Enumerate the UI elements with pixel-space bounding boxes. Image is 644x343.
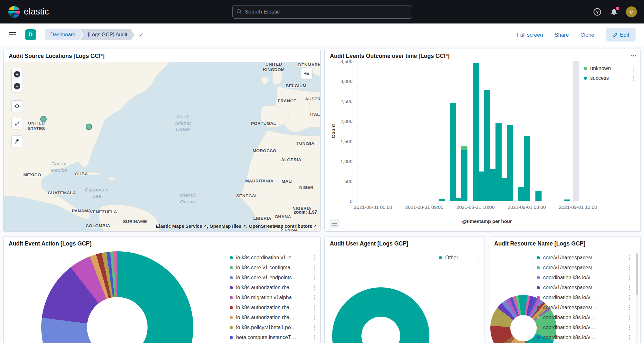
legend-actions-icon[interactable]: ⋮: [311, 255, 318, 260]
legend-color-dot: [537, 326, 540, 329]
bar-success[interactable]: [484, 90, 490, 201]
legend-actions-icon[interactable]: ⋮: [626, 295, 633, 300]
set-view-crosshair-icon[interactable]: [11, 100, 23, 112]
legend-actions-icon[interactable]: ⋮: [311, 315, 318, 320]
bar-success[interactable]: [490, 169, 496, 201]
panel-title[interactable]: Audit Resource Name [Logs GCP]: [489, 236, 640, 249]
legend-item[interactable]: io.k8s.authorization.rba…⋮: [230, 283, 318, 292]
bar-success[interactable]: [564, 199, 570, 201]
breadcrumb-dashboard[interactable]: Dashboard: [45, 29, 82, 40]
legend-collapse-icon[interactable]: [301, 68, 312, 79]
bar-success[interactable]: [461, 150, 467, 201]
panel-title[interactable]: Audit Event Action [Logs GCP]: [4, 236, 320, 249]
legend-item[interactable]: coordination.k8s.io/v…⋮: [537, 273, 633, 283]
legend-item[interactable]: core/v1/namespaces/…⋮: [537, 263, 633, 273]
bar-success[interactable]: [535, 191, 542, 201]
legend-item[interactable]: io.k8s.authorization.rba…⋮: [230, 312, 318, 322]
legend-item[interactable]: core/v1/namespaces/…⋮: [537, 302, 633, 312]
legend-actions-icon[interactable]: ⋮: [626, 265, 633, 270]
legend-item[interactable]: Other⋮: [439, 253, 481, 263]
event-action-donut[interactable]: [41, 251, 193, 343]
legend-actions-icon[interactable]: ⋮: [311, 265, 318, 270]
legend-actions-icon[interactable]: ⋮: [311, 335, 318, 340]
user-agent-donut[interactable]: [332, 287, 429, 343]
bar-success[interactable]: [473, 63, 479, 201]
bar-success[interactable]: [524, 136, 530, 201]
clone-button[interactable]: Clone: [580, 32, 594, 38]
legend-actions-icon[interactable]: ⋮: [626, 305, 633, 310]
legend-item[interactable]: io.k8s.policy.v1beta1.po…⋮: [230, 322, 318, 332]
menu-icon[interactable]: [9, 31, 17, 38]
home-link[interactable]: elastic: [8, 6, 49, 18]
map-canvas[interactable]: UNITED KINGDOMDENMARKBELGIUMFRANCEAUSTRI…: [4, 62, 320, 231]
global-search-bar[interactable]: [232, 5, 412, 19]
legend-item[interactable]: coordination.k8s.io/v…⋮: [537, 322, 633, 332]
legend-actions-icon[interactable]: ⋮: [626, 285, 633, 290]
legend-item[interactable]: io.k8s.authorization.rba…⋮: [230, 302, 318, 312]
expand-icon[interactable]: [11, 118, 23, 129]
legend-actions-icon[interactable]: ⋮: [626, 315, 633, 320]
check-icon: ✓: [139, 31, 144, 38]
legend-actions-icon[interactable]: ⋮: [311, 285, 318, 290]
panel-title[interactable]: Audit User Agent [Logs GCP]: [325, 236, 485, 249]
edit-button[interactable]: Edit: [606, 28, 636, 42]
zoom-out-button[interactable]: −: [12, 80, 23, 92]
legend-item[interactable]: io.k8s.coordination.v1.le…⋮: [230, 253, 318, 263]
bar-success[interactable]: [507, 125, 513, 201]
attribution-link[interactable]: OpenStreetMap contributors↗: [249, 224, 317, 229]
legend-item[interactable]: coordination.k8s.io/v…⋮: [537, 312, 633, 322]
legend-item[interactable]: core/v1/namespaces/…⋮: [537, 283, 633, 292]
legend-label: io.k8s.authorization.rba…: [236, 305, 308, 311]
legend-actions-icon[interactable]: ⋮: [626, 335, 633, 340]
map-data-marker[interactable]: [86, 124, 92, 130]
legend-actions-icon[interactable]: ⋮: [626, 255, 633, 260]
legend-item[interactable]: io.k8s.core.v1.endpoints…⋮: [230, 273, 318, 283]
legend-item[interactable]: coordination.k8s.io/v…⋮: [537, 292, 633, 302]
map-country-label: COLOMBIA: [86, 223, 110, 229]
legend-actions-icon[interactable]: ⋮: [630, 66, 637, 71]
bar-success[interactable]: [478, 172, 485, 201]
help-icon[interactable]: ?: [592, 7, 602, 17]
search-input[interactable]: [245, 9, 408, 15]
map-data-marker[interactable]: [40, 116, 47, 122]
attribution-link[interactable]: Elastic Maps Service↗: [156, 224, 207, 229]
bar-success[interactable]: [501, 178, 507, 201]
bar-success[interactable]: [456, 198, 462, 201]
share-button[interactable]: Share: [554, 32, 569, 38]
panel-options-icon[interactable]: [631, 53, 637, 60]
legend-actions-icon[interactable]: ⋮: [311, 295, 318, 300]
notifications-icon[interactable]: [609, 7, 619, 17]
legend-actions-icon[interactable]: ⋮: [626, 275, 633, 280]
search-icon: [236, 9, 242, 14]
legend-item[interactable]: coordination.k8s.io/v…⋮: [537, 332, 633, 342]
map-tools-icon[interactable]: [11, 135, 23, 147]
legend-toggle-icon[interactable]: [329, 219, 340, 228]
legend-label: io.k8s.migration.v1alpha…: [236, 295, 308, 301]
legend-item[interactable]: beta.compute.instanceT…⋮: [230, 332, 318, 342]
legend-actions-icon[interactable]: ⋮: [311, 325, 318, 330]
scrollbar-thumb[interactable]: [636, 253, 638, 295]
legend-item[interactable]: core/v1/namespaces/…⋮: [537, 253, 633, 263]
panel-title[interactable]: Audit Events Outcome over time [Logs GCP…: [325, 49, 640, 61]
bar-success[interactable]: [518, 187, 524, 201]
legend-actions-icon[interactable]: ⋮: [630, 76, 637, 81]
legend-actions-icon[interactable]: ⋮: [311, 305, 318, 310]
legend-item[interactable]: io.k8s.core.v1.configma…⋮: [230, 263, 318, 273]
user-avatar[interactable]: e: [626, 6, 637, 17]
legend-actions-icon[interactable]: ⋮: [626, 325, 633, 330]
full-screen-button[interactable]: Full screen: [517, 32, 543, 38]
legend-item[interactable]: io.k8s.migration.v1alpha…⋮: [230, 292, 318, 302]
legend-item[interactable]: success⋮: [584, 73, 637, 83]
bar-unknown[interactable]: [461, 146, 467, 150]
panel-title[interactable]: Audit Source Locations [Logs GCP]: [4, 49, 320, 61]
legend-scrollbar[interactable]: [636, 253, 638, 343]
legend-actions-icon[interactable]: ⋮: [311, 275, 318, 280]
legend-item[interactable]: unknown⋮: [584, 64, 637, 73]
bar-success[interactable]: [450, 103, 456, 201]
attribution-link[interactable]: OpenMapTiles↗: [209, 224, 246, 229]
zoom-in-button[interactable]: +: [12, 68, 23, 80]
bar-success[interactable]: [439, 199, 445, 201]
bar-success[interactable]: [495, 123, 502, 201]
space-badge[interactable]: D: [25, 29, 36, 40]
legend-actions-icon[interactable]: ⋮: [475, 255, 481, 260]
